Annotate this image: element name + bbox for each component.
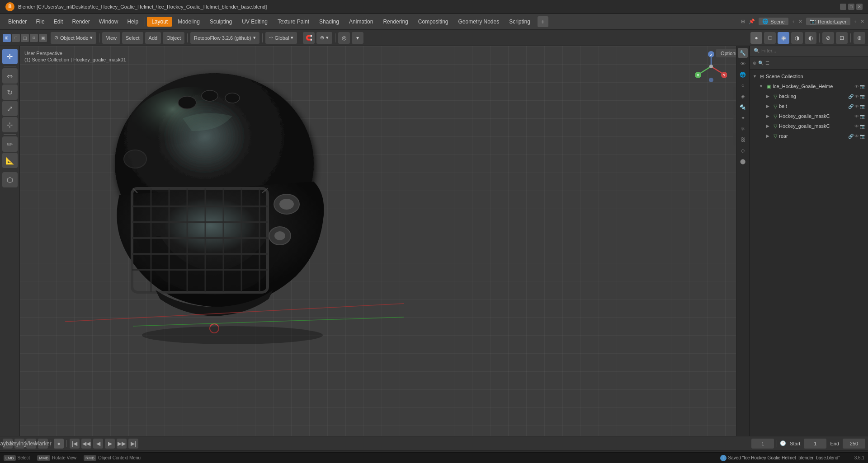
scene-selector[interactable]: 🌐 Scene xyxy=(759,18,788,25)
hc-render-icon[interactable]: 📷 xyxy=(860,84,865,89)
rotate-tool[interactable]: ↻ xyxy=(2,84,18,100)
current-frame-field[interactable]: 1 xyxy=(751,439,774,449)
mode-icon-ortho[interactable]: □ xyxy=(12,34,20,42)
wireframe-btn[interactable]: ⬡ xyxy=(764,32,776,44)
menu-file[interactable]: File xyxy=(31,17,49,27)
outliner-tb-icon3[interactable]: ☰ xyxy=(765,61,769,65)
outliner-item-belt[interactable]: ▶ ▽ belt 🔗 👁 📷 xyxy=(750,101,868,111)
move-tool[interactable]: ⇔ xyxy=(2,68,18,84)
render-layer-selector[interactable]: 📷 RenderLayer xyxy=(806,18,850,25)
outliner-tb-icon1[interactable]: ⊕ xyxy=(753,61,756,65)
scene-search-icon[interactable]: ⊞ xyxy=(741,19,745,24)
props-physics-icon[interactable]: ⚛ xyxy=(738,124,748,134)
menu-render[interactable]: Render xyxy=(67,17,94,27)
snap-magnet-button[interactable]: 🧲 xyxy=(303,32,315,44)
props-material-icon[interactable]: ⬤ xyxy=(738,156,748,166)
outliner-scene-collection[interactable]: ▼ ⊞ Scene Collection xyxy=(750,71,868,81)
re-link-icon[interactable]: 🔗 xyxy=(848,134,854,139)
annotate-tool[interactable]: ✏ xyxy=(2,136,18,152)
m1-render-icon[interactable]: 📷 xyxy=(860,114,865,119)
maximize-button[interactable]: □ xyxy=(848,4,854,10)
bk-eye-icon[interactable]: 👁 xyxy=(854,94,859,99)
measure-tool[interactable]: 📐 xyxy=(2,153,18,168)
outliner-tb-icon2[interactable]: 🔍 xyxy=(758,61,764,65)
object-menu[interactable]: Object xyxy=(163,32,184,44)
scene-add-icon[interactable]: + xyxy=(792,19,795,24)
minimize-button[interactable]: ─ xyxy=(840,4,846,10)
menu-window[interactable]: Window xyxy=(94,17,123,27)
solid-btn[interactable]: ◉ xyxy=(778,32,789,44)
proportional-dropdown[interactable]: ▾ xyxy=(352,32,363,44)
tab-shading[interactable]: Shading xyxy=(315,17,344,27)
object-mode-dropdown[interactable]: ⊙ Object Mode ▾ xyxy=(51,32,96,44)
mode-icon-perspective[interactable]: ⊞ xyxy=(3,34,11,42)
add-menu[interactable]: Add xyxy=(145,32,161,44)
jump-start-btn[interactable]: |◀ xyxy=(70,439,80,449)
menu-edit[interactable]: Edit xyxy=(49,17,68,27)
bk-render-icon[interactable]: 📷 xyxy=(860,94,865,99)
props-constraints-icon[interactable]: ⛓ xyxy=(738,135,748,145)
pivot-dropdown[interactable]: ⊹ Global ▾ xyxy=(265,32,297,44)
props-object-icon[interactable]: ◈ xyxy=(738,91,748,101)
view-menu[interactable]: View xyxy=(102,32,120,44)
bl-render-icon[interactable]: 📷 xyxy=(860,104,865,109)
mode-icon-b[interactable]: ▣ xyxy=(39,34,47,42)
props-scene-icon[interactable]: 🌐 xyxy=(738,70,748,80)
prev-keyframe-btn[interactable]: ◀◀ xyxy=(81,439,91,449)
props-particles-icon[interactable]: ✦ xyxy=(738,113,748,123)
addon-dropdown[interactable]: RetopoFlow 3.2.6 (github) ▾ xyxy=(190,32,259,44)
snap-dropdown[interactable]: ⊕ ▾ xyxy=(316,32,332,44)
outliner-item-rear[interactable]: ▶ ▽ rear 🔗 👁 📷 xyxy=(750,131,868,141)
props-view-icon[interactable]: 👁 xyxy=(738,59,748,69)
tab-texture-paint[interactable]: Texture Paint xyxy=(273,17,314,27)
tab-animation[interactable]: Animation xyxy=(344,17,377,27)
tab-sculpting[interactable]: Sculpting xyxy=(205,17,236,27)
keying-dropdown[interactable]: Keying ▾ xyxy=(14,439,24,449)
m2-eye-icon[interactable]: 👁 xyxy=(854,124,859,129)
re-render-icon[interactable]: 📷 xyxy=(860,134,865,139)
menu-blender[interactable]: Blender xyxy=(4,17,31,27)
outliner-collection-hockey[interactable]: ▼ ▣ Ice_Hockey_Goalie_Helme 👁 📷 xyxy=(750,81,868,91)
transform-tool[interactable]: ⊹ xyxy=(2,117,18,132)
bl-eye-icon[interactable]: 👁 xyxy=(854,104,859,109)
tab-uv-editing[interactable]: UV Editing xyxy=(237,17,272,27)
outliner-item-mask2[interactable]: ▶ ▽ Hockey_goalie_maskC 👁 📷 xyxy=(750,121,868,131)
menu-help[interactable]: Help xyxy=(123,17,143,27)
marker-dropdown[interactable]: Marker xyxy=(38,439,48,449)
rendered-btn[interactable]: ◐ xyxy=(805,32,816,44)
start-frame-field[interactable]: 1 xyxy=(804,439,826,449)
bl-link-icon[interactable]: 🔗 xyxy=(848,104,854,109)
add-workspace-button[interactable]: + xyxy=(538,16,548,27)
mode-icon-camera[interactable]: ◫ xyxy=(21,34,29,42)
tab-geometry-nodes[interactable]: Geometry Nodes xyxy=(454,17,504,27)
viewport-gizmo[interactable]: Z X Y xyxy=(695,51,727,82)
mode-icon-a[interactable]: ⧈ xyxy=(30,34,38,42)
select-menu[interactable]: Select xyxy=(122,32,143,44)
tab-modeling[interactable]: Modeling xyxy=(173,17,204,27)
prev-frame-btn[interactable]: ◀ xyxy=(93,439,103,449)
tab-rendering[interactable]: Rendering xyxy=(378,17,412,27)
scale-tool[interactable]: ⤢ xyxy=(2,101,18,116)
props-data-icon[interactable]: ◇ xyxy=(738,145,748,155)
cursor-tool[interactable]: ✛ xyxy=(2,49,18,64)
render-layer-add-icon[interactable]: + xyxy=(854,19,857,24)
render-mode-btn[interactable]: ● xyxy=(750,32,762,44)
outliner-item-mask1[interactable]: ▶ ▽ Hockey_goalie_maskC 👁 📷 xyxy=(750,111,868,121)
outliner-search-input[interactable] xyxy=(750,44,868,57)
material-btn[interactable]: ◑ xyxy=(791,32,803,44)
gizmo-btn[interactable]: ⊕ xyxy=(854,32,865,44)
jump-end-btn[interactable]: ▶| xyxy=(128,439,138,449)
end-frame-field[interactable]: 250 xyxy=(843,439,865,449)
tab-scripting[interactable]: Scripting xyxy=(505,17,535,27)
bk-link-icon[interactable]: 🔗 xyxy=(848,94,854,99)
re-eye-icon[interactable]: 👁 xyxy=(854,134,859,139)
keyframe-dot[interactable]: ● xyxy=(54,439,64,449)
viewport-overlay-btn[interactable]: ⊘ xyxy=(822,32,834,44)
render-layer-del-icon[interactable]: ✕ xyxy=(860,19,864,24)
add-primitive-tool[interactable]: ⬡ xyxy=(2,172,18,187)
next-frame-btn[interactable]: ▶▶ xyxy=(117,439,127,449)
pin-icon[interactable]: 📌 xyxy=(749,19,755,24)
tab-layout[interactable]: Layout xyxy=(147,17,172,27)
props-modifier-icon[interactable]: 🔩 xyxy=(738,102,748,112)
3d-viewport[interactable]: User Perspective (1) Scene Collection | … xyxy=(20,46,750,436)
